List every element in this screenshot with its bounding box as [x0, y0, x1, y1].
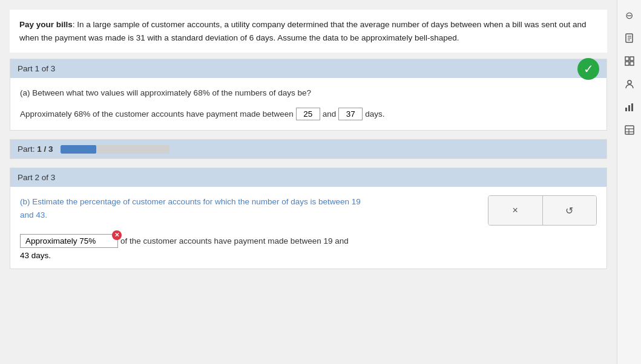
problem-title: Pay your bills — [19, 20, 73, 29]
svg-rect-6 — [625, 62, 629, 65]
progress-bar — [61, 145, 169, 154]
part2-question-label: (b) Estimate the percentage of customer … — [20, 197, 361, 219]
clear-button[interactable]: × — [488, 196, 543, 225]
svg-rect-10 — [628, 105, 630, 111]
problem-text: Pay your bills: In a large sample of cus… — [10, 10, 607, 53]
part2-answer-suffix-row: 43 days. — [20, 251, 597, 260]
svg-rect-7 — [630, 62, 634, 65]
part2-answer-suffix: 43 days. — [20, 251, 51, 260]
part1-container: Part 1 of 3 ✓ (a) Between what two value… — [10, 59, 607, 131]
part2-question-row: (b) Estimate the percentage of customer … — [20, 195, 597, 226]
part1-header: Part 1 of 3 ✓ — [10, 59, 606, 78]
document-icon[interactable] — [619, 28, 640, 48]
progress-header: Part: 1 / 3 — [10, 140, 606, 158]
part2-answer-mid: of the customer accounts have payment ma… — [120, 234, 349, 249]
part1-body: (a) Between what two values will approxi… — [10, 78, 606, 130]
table-icon[interactable] — [619, 120, 640, 140]
part2-header: Part 2 of 3 — [10, 168, 606, 187]
part1-answer-prefix: Approximately 68% of the customer accoun… — [20, 107, 294, 122]
svg-rect-9 — [625, 108, 627, 111]
part2-question-text: (b) Estimate the percentage of customer … — [20, 195, 371, 221]
part2-container: Part 2 of 3 (b) Estimate the percentage … — [10, 167, 607, 269]
sidebar: ⊖ — [617, 0, 641, 364]
part2-body: (b) Estimate the percentage of customer … — [10, 187, 606, 268]
part1-days-label: days. — [365, 107, 384, 122]
progress-container: Part: 1 / 3 — [10, 139, 607, 159]
key-icon[interactable]: ⊖ — [619, 5, 640, 25]
reset-button[interactable]: ↺ — [543, 196, 597, 225]
problem-description: : In a large sample of customer accounts… — [19, 20, 587, 42]
progress-bar-fill — [61, 145, 96, 154]
dropdown-row: Approximately 68% Approximately 75% Appr… — [20, 234, 597, 249]
part1-question: (a) Between what two values will approxi… — [20, 86, 597, 100]
progress-label: Part: 1 / 3 — [18, 145, 53, 154]
part1-answer-row: Approximately 68% of the customer accoun… — [20, 107, 597, 122]
part1-header-label: Part 1 of 3 — [18, 64, 55, 73]
part2-header-label: Part 2 of 3 — [18, 173, 55, 182]
svg-point-8 — [628, 80, 631, 84]
error-badge: ✕ — [112, 230, 122, 240]
svg-rect-12 — [625, 126, 634, 134]
main-content: Pay your bills: In a large sample of cus… — [0, 0, 617, 364]
part1-value1[interactable] — [296, 108, 320, 120]
action-buttons: × ↺ — [488, 195, 597, 226]
svg-rect-4 — [625, 57, 629, 60]
percentage-dropdown[interactable]: Approximately 68% Approximately 75% Appr… — [20, 234, 118, 248]
check-icon: ✓ — [577, 58, 599, 80]
svg-rect-5 — [630, 57, 634, 60]
grid-icon[interactable] — [619, 51, 640, 71]
dropdown-wrapper: Approximately 68% Approximately 75% Appr… — [20, 234, 118, 248]
person-icon[interactable] — [619, 74, 640, 94]
svg-rect-11 — [631, 103, 633, 111]
part1-and-label: and — [323, 107, 337, 122]
part1-value2[interactable] — [338, 108, 363, 120]
progress-fraction: 1 / 3 — [37, 145, 53, 154]
chart-icon[interactable] — [619, 97, 640, 117]
